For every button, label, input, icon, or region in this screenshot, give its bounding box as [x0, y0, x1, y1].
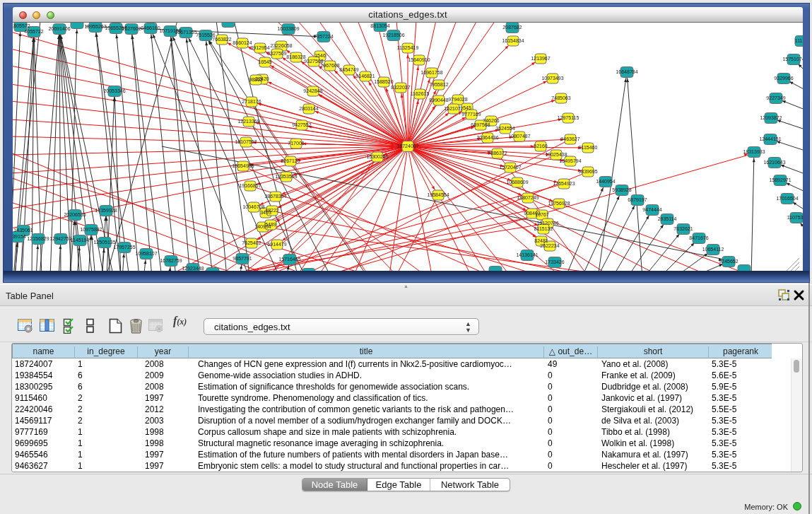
svg-text:2967608: 2967608	[320, 63, 339, 68]
svg-text:6879197: 6879197	[628, 197, 647, 202]
svg-text:7625402: 7625402	[242, 240, 261, 245]
svg-text:2522234: 2522234	[540, 243, 559, 248]
svg-text:9245652: 9245652	[719, 259, 738, 264]
svg-text:1162615: 1162615	[411, 91, 430, 96]
svg-text:7886372: 7886372	[488, 151, 507, 156]
svg-text:10975887: 10975887	[80, 227, 102, 232]
svg-text:4055712: 4055712	[24, 29, 43, 34]
svg-text:23226058: 23226058	[270, 43, 292, 48]
svg-text:12156829: 12156829	[27, 236, 49, 241]
svg-text:15300285: 15300285	[366, 154, 388, 159]
svg-text:17016504: 17016504	[776, 196, 798, 201]
svg-text:20691406: 20691406	[48, 26, 70, 31]
svg-text:9839695: 9839695	[578, 169, 597, 174]
svg-text:18107552: 18107552	[235, 139, 257, 144]
svg-text:8813054: 8813054	[370, 23, 389, 28]
svg-text:19218506: 19218506	[382, 33, 404, 37]
svg-text:939154: 939154	[13, 234, 26, 239]
svg-text:52160: 52160	[534, 144, 548, 148]
svg-text:38678354: 38678354	[264, 194, 286, 199]
svg-text:12505135: 12505135	[93, 240, 115, 245]
svg-text:19166857: 19166857	[239, 183, 261, 188]
svg-text:15640910: 15640910	[408, 57, 430, 62]
svg-text:1527602: 1527602	[122, 26, 141, 31]
svg-text:717006: 717006	[288, 141, 304, 146]
svg-text:16961758: 16961758	[420, 70, 442, 75]
svg-text:16782759: 16782759	[160, 258, 182, 263]
svg-text:12093872: 12093872	[760, 115, 782, 120]
svg-text:8322037: 8322037	[391, 85, 410, 90]
svg-text:20053346: 20053346	[103, 88, 125, 93]
svg-text:18807249: 18807249	[517, 195, 539, 200]
svg-text:16648784: 16648784	[616, 69, 637, 74]
svg-text:2718176: 2718176	[242, 99, 261, 104]
svg-text:7632621: 7632621	[673, 226, 693, 231]
svg-text:5938928: 5938928	[612, 187, 631, 192]
svg-text:12975115: 12975115	[558, 115, 579, 120]
svg-text:9463627: 9463627	[560, 136, 579, 141]
svg-text:12923448: 12923448	[182, 266, 204, 271]
svg-text:8186328: 8186328	[286, 54, 305, 59]
svg-text:17359928: 17359928	[95, 208, 117, 213]
svg-text:8660124: 8660124	[233, 40, 252, 45]
svg-text:9777169: 9777169	[461, 112, 481, 117]
svg-text:20206535: 20206535	[64, 212, 86, 217]
svg-text:18724007: 18724007	[396, 144, 418, 148]
svg-text:17957255: 17957255	[113, 245, 135, 250]
svg-text:7485063: 7485063	[551, 95, 570, 100]
svg-text:9427552: 9427552	[292, 122, 311, 127]
svg-text:545: 545	[463, 105, 471, 110]
svg-text:8990448: 8990448	[429, 98, 448, 103]
svg-text:1145194: 1145194	[71, 238, 90, 243]
svg-text:10046708: 10046708	[242, 204, 264, 209]
svg-text:9146821: 9146821	[355, 74, 375, 78]
svg-text:9794028: 9794028	[448, 97, 467, 102]
svg-text:10025438: 10025438	[545, 152, 567, 157]
svg-text:6466160: 6466160	[141, 25, 160, 30]
svg-text:5489: 5489	[265, 222, 276, 227]
svg-text:9474444: 9474444	[642, 207, 661, 212]
svg-text:15495794: 15495794	[559, 158, 581, 163]
svg-text:7955812: 7955812	[429, 82, 448, 87]
svg-text:9327509: 9327509	[267, 51, 286, 56]
svg-text:9227349: 9227349	[766, 95, 785, 100]
svg-text:15892971: 15892971	[769, 177, 791, 182]
svg-text:12444151: 12444151	[759, 136, 781, 141]
svg-text:16120746: 16120746	[536, 221, 558, 226]
svg-text:7663822: 7663822	[212, 37, 231, 42]
svg-text:1440954: 1440954	[596, 179, 615, 184]
svg-text:1546: 1546	[314, 53, 326, 58]
svg-text:18955267: 18955267	[84, 24, 106, 29]
svg-text:15751074: 15751074	[782, 57, 803, 62]
svg-text:2803144: 2803144	[299, 106, 318, 111]
svg-text:1588520: 1588520	[374, 79, 393, 84]
svg-text:18313933: 18313933	[743, 149, 765, 154]
svg-text:12942757: 12942757	[49, 236, 71, 241]
svg-text:8267130: 8267130	[281, 158, 300, 163]
svg-text:1733426: 1733426	[545, 259, 564, 264]
svg-text:16545: 16545	[258, 59, 272, 64]
svg-text:10973493: 10973493	[541, 76, 563, 81]
svg-text:20364436: 20364436	[476, 135, 498, 140]
svg-text:9329966: 9329966	[774, 76, 793, 81]
svg-text:19756928: 19756928	[548, 201, 570, 206]
svg-text:2935114: 2935114	[658, 216, 677, 221]
svg-text:19584554: 19584554	[427, 192, 449, 197]
svg-text:10654112: 10654112	[702, 247, 724, 252]
svg-text:16210643: 16210643	[763, 160, 785, 165]
svg-text:9857791: 9857791	[233, 256, 252, 261]
svg-text:1621072: 1621072	[444, 106, 463, 111]
svg-text:16154834: 16154834	[502, 38, 524, 43]
svg-text:10688609: 10688609	[506, 180, 528, 185]
svg-text:10807487: 10807487	[508, 134, 530, 139]
svg-text:10958107: 10958107	[135, 251, 157, 256]
svg-text:48222: 48222	[265, 208, 279, 213]
svg-text:7357224: 7357224	[314, 34, 333, 39]
svg-text:1435061: 1435061	[13, 228, 33, 233]
svg-text:6897568: 6897568	[471, 122, 490, 127]
svg-text:9115460: 9115460	[579, 145, 598, 150]
svg-text:98862: 98862	[249, 77, 263, 82]
svg-text:12353594: 12353594	[275, 174, 297, 179]
svg-text:14136141: 14136141	[516, 252, 538, 257]
svg-text:15716485: 15716485	[278, 257, 300, 262]
